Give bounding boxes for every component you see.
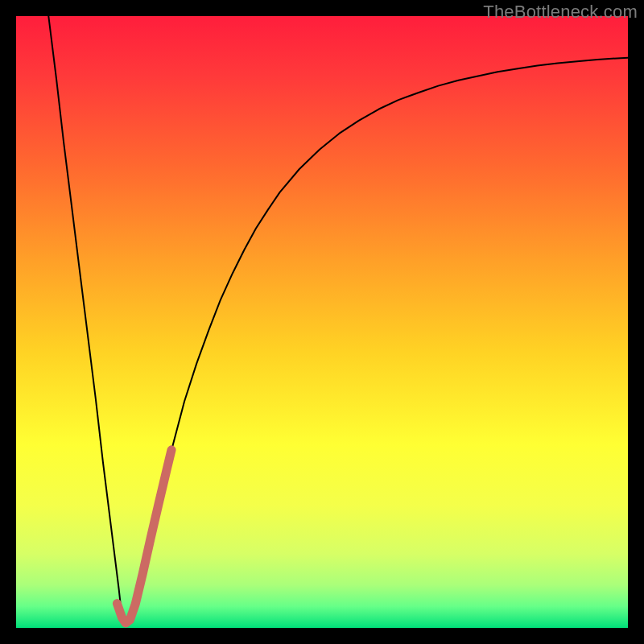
plot-area xyxy=(16,16,628,628)
chart-frame: TheBottleneck.com xyxy=(0,0,644,644)
gradient-chart xyxy=(16,16,628,628)
watermark-text: TheBottleneck.com xyxy=(483,2,638,23)
gradient-background xyxy=(16,16,628,628)
